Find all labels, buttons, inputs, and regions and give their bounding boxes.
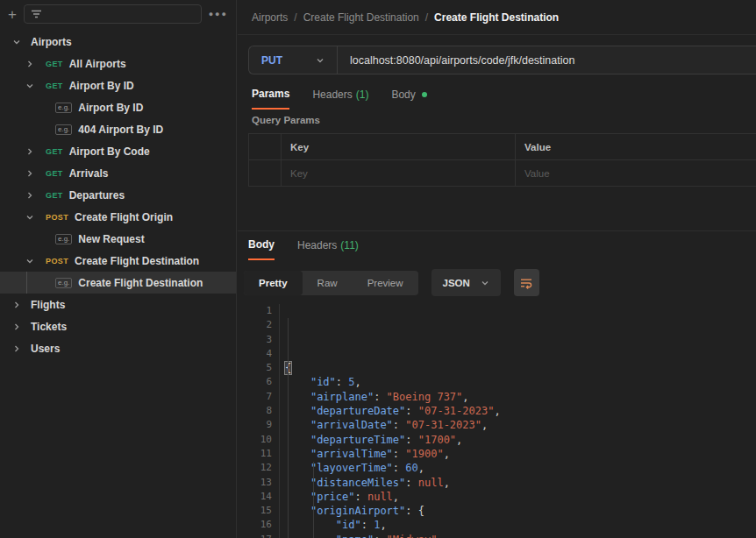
chevron-down-icon[interactable] [25, 81, 34, 90]
tree-item-airport-by-code[interactable]: GETAirport By Code [0, 140, 236, 162]
code-line: "id": 1, [285, 518, 756, 532]
code-token [285, 505, 310, 517]
view-pretty-button[interactable]: Pretty [244, 271, 303, 295]
view-preview-button[interactable]: Preview [353, 271, 418, 295]
breadcrumb-item[interactable]: Airports [252, 11, 288, 24]
tree-item-all-airports[interactable]: GETAll Airports [0, 53, 236, 74]
body-modified-dot [422, 92, 427, 97]
chevron-down-icon [316, 56, 325, 65]
line-number: 2 [238, 318, 272, 332]
tab-body[interactable]: Body [391, 88, 426, 110]
code-token [285, 491, 310, 503]
method-badge: GET [46, 191, 63, 200]
tree-item-airport-by-id[interactable]: e.g.Airport By ID [0, 96, 236, 118]
query-params-table: Key Value Key Value [248, 133, 756, 187]
add-icon[interactable]: + [8, 7, 17, 22]
tree-item-label: 404 Airport By ID [78, 124, 163, 136]
chevron-right-icon[interactable] [25, 60, 34, 68]
tree-item-airports[interactable]: Airports [0, 31, 236, 53]
view-mode-switcher: Pretty Raw Preview [244, 271, 418, 295]
chevron-right-icon[interactable] [25, 191, 34, 200]
line-number: 1 [238, 304, 272, 318]
more-options-icon[interactable]: ●●● [209, 10, 228, 18]
chevron-right-icon[interactable] [12, 301, 21, 309]
code-token: : [393, 462, 405, 474]
indent-guide [288, 318, 289, 538]
chevron-right-icon[interactable] [12, 344, 21, 353]
code-token: , [481, 419, 488, 431]
chevron-right-icon[interactable] [12, 322, 21, 331]
line-numbers: 1234567891011121314151617 [238, 304, 280, 538]
method-badge: GET [46, 81, 63, 90]
tree-item-users[interactable]: Users [0, 337, 236, 359]
tree-item-arrivals[interactable]: GETArrivals [0, 162, 236, 184]
tree-item-create-flight-destination[interactable]: e.g.Create Flight Destination [0, 272, 236, 294]
breadcrumb-current[interactable]: Create Flight Destination [434, 11, 559, 24]
code-token: , [494, 405, 500, 417]
tab-headers[interactable]: Headers (1) [312, 88, 368, 110]
key-input[interactable]: Key [281, 160, 515, 186]
response-body-editor: 1234567891011121314151617 { "id": 5, "ai… [238, 304, 756, 538]
code-token: "id" [310, 376, 336, 388]
tab-response-headers-label: Headers [297, 239, 337, 251]
tree-item-label: Arrivals [69, 167, 109, 180]
tab-response-headers[interactable]: Headers (11) [297, 238, 359, 260]
code-token: "name" [336, 534, 374, 538]
tree-item-label: All Airports [69, 58, 126, 70]
code-line: "price": null, [285, 490, 756, 504]
method-badge: GET [46, 147, 63, 156]
row-checkbox-cell[interactable] [249, 160, 281, 186]
tab-response-body[interactable]: Body [248, 238, 275, 260]
code-line: "arrivalTime": "1900", [285, 447, 756, 461]
breadcrumb-item[interactable]: Create Flight Destination [303, 11, 419, 24]
search-input[interactable] [48, 9, 195, 19]
chevron-right-icon[interactable] [25, 169, 34, 178]
chevron-right-icon[interactable] [25, 147, 34, 156]
code-token [285, 448, 310, 460]
code-token: "id" [336, 519, 361, 531]
tree-item-new-request[interactable]: e.g.New Request [0, 228, 236, 250]
line-number: 11 [238, 447, 272, 461]
view-raw-button[interactable]: Raw [303, 271, 353, 295]
tree-item-airport-by-id[interactable]: GETAirport By ID [0, 74, 236, 96]
line-number: 12 [238, 461, 272, 475]
chevron-down-icon[interactable] [25, 257, 34, 265]
code-line: "departureDate": "07-31-2023", [285, 404, 756, 418]
sidebar-search[interactable] [24, 4, 202, 24]
url-input[interactable]: localhost:8080/api/airports/code/jfk/des… [338, 46, 756, 74]
tree-item-label: Airports [31, 36, 72, 48]
checkbox-column-header [249, 134, 281, 159]
method-badge: GET [46, 169, 63, 178]
value-input[interactable]: Value [515, 160, 756, 186]
chevron-down-icon[interactable] [12, 38, 21, 46]
code-token: : [354, 491, 367, 503]
chevron-down-icon [481, 279, 489, 287]
tree-item-tickets[interactable]: Tickets [0, 315, 236, 337]
tree-item-label: Airport By Code [69, 145, 150, 158]
line-number: 10 [238, 433, 272, 447]
code-token [285, 477, 310, 489]
response-panel: Body Headers (11) Pretty Raw Preview JSO… [238, 231, 756, 538]
tab-params[interactable]: Params [252, 88, 289, 110]
code-token: , [380, 519, 386, 531]
tree-item-create-flight-origin[interactable]: POSTCreate Flight Origin [0, 206, 236, 228]
code-token: : [405, 505, 417, 517]
main-panel: Airports/Create Flight Destination/Creat… [238, 0, 756, 538]
line-number: 3 [238, 333, 272, 347]
method-dropdown[interactable]: PUT [249, 46, 338, 74]
indent-guide [313, 462, 314, 538]
tree-item-flights[interactable]: Flights [0, 294, 236, 315]
tree-item-departures[interactable]: GETDepartures [0, 184, 236, 206]
tree-item-404-airport-by-id[interactable]: e.g.404 Airport By ID [0, 118, 236, 140]
format-dropdown[interactable]: JSON [431, 269, 501, 296]
tab-headers-label: Headers [312, 88, 352, 101]
wrap-lines-button[interactable] [514, 269, 539, 296]
chevron-down-icon[interactable] [25, 213, 34, 222]
code-content[interactable]: { "id": 5, "airplane": "Boeing 737", "de… [280, 304, 756, 538]
code-token: "arrivalDate" [310, 419, 393, 431]
code-line: { [285, 361, 756, 375]
code-token: : [405, 477, 417, 489]
line-number: 8 [238, 404, 272, 418]
tree-item-create-flight-destination[interactable]: POSTCreate Flight Destination [0, 250, 236, 272]
tree-item-label: Airport By ID [78, 102, 143, 114]
